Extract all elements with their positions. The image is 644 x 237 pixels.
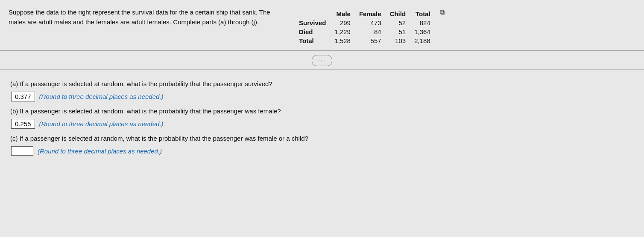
cell-survived-female: 473: [357, 18, 387, 27]
copy-icon[interactable]: ⧉: [440, 9, 445, 16]
cell-died-child: 51: [387, 27, 412, 36]
table-row-survived: Survived 299 473 52 824: [299, 18, 436, 27]
answers-section: (a) If a passenger is selected at random…: [0, 70, 644, 161]
cell-total-child: 103: [387, 36, 412, 45]
main-container: Suppose the data to the right represent …: [0, 0, 644, 237]
round-note-a: (Round to three decimal places as needed…: [39, 93, 164, 100]
col-header-empty: [299, 9, 332, 18]
question-c: (c) If a passenger is selected at random…: [10, 135, 634, 142]
survival-table: Male Female Child Total Survived 299 473…: [299, 9, 436, 45]
question-a: (a) If a passenger is selected at random…: [10, 80, 634, 87]
row-label-total: Total: [299, 36, 332, 45]
answer-line-b: 0.255 (Round to three decimal places as …: [11, 119, 634, 129]
cell-died-total: 1,364: [412, 27, 436, 36]
cell-survived-male: 299: [332, 18, 357, 27]
cell-total-female: 557: [357, 36, 387, 45]
answer-box-b[interactable]: 0.255: [11, 119, 35, 129]
cell-total-total: 2,188: [412, 36, 436, 45]
col-header-child: Child: [387, 9, 412, 18]
answer-input-c[interactable]: [11, 146, 33, 156]
expand-button-row: ···: [0, 51, 644, 70]
cell-survived-child: 52: [387, 18, 412, 27]
expand-button[interactable]: ···: [312, 55, 332, 66]
row-label-died: Died: [299, 27, 332, 36]
question-b: (b) If a passenger is selected at random…: [10, 107, 634, 115]
cell-survived-total: 824: [412, 18, 436, 27]
data-table-area: Male Female Child Total Survived 299 473…: [299, 8, 635, 45]
cell-died-male: 1,229: [332, 27, 357, 36]
col-header-total: Total: [412, 9, 436, 18]
answer-line-a: 0.377 (Round to three decimal places as …: [11, 92, 634, 101]
answer-line-c: (Round to three decimal places as needed…: [11, 146, 634, 156]
round-note-b: (Round to three decimal places as needed…: [39, 120, 164, 127]
table-row-total: Total 1,528 557 103 2,188: [299, 36, 436, 45]
answer-box-a[interactable]: 0.377: [11, 92, 35, 101]
top-section: Suppose the data to the right represent …: [0, 0, 644, 51]
cell-died-female: 84: [357, 27, 387, 36]
round-note-c: (Round to three decimal places as needed…: [38, 147, 162, 155]
table-row-died: Died 1,229 84 51 1,364: [299, 27, 436, 36]
col-header-female: Female: [357, 9, 387, 18]
col-header-male: Male: [332, 9, 357, 18]
row-label-survived: Survived: [299, 18, 332, 27]
cell-total-male: 1,528: [332, 36, 357, 45]
problem-description: Suppose the data to the right represent …: [9, 8, 282, 27]
